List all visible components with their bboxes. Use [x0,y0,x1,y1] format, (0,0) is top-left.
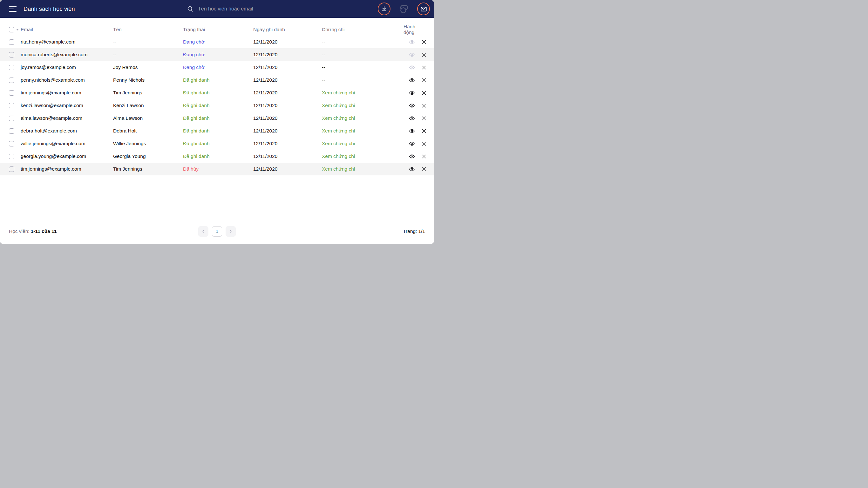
download-button[interactable] [378,3,391,15]
page-indicator: Trang:1/1 [402,228,425,234]
cell-email: alma.lawson@example.com [21,115,113,121]
remove-button[interactable] [422,78,426,83]
remove-button[interactable] [422,154,426,159]
column-header-name: Tên [113,27,183,32]
select-all-checkbox[interactable] [9,27,14,32]
cell-name: Willie Jennings [113,141,183,147]
appbar-actions [378,0,430,18]
next-page-button[interactable] [225,226,236,237]
view-certificate-link[interactable]: Xem chứng chỉ [322,128,403,134]
row-checkbox[interactable] [9,52,14,58]
row-checkbox[interactable] [9,154,14,159]
close-icon [422,116,426,121]
row-checkbox[interactable] [9,141,14,147]
current-page-button[interactable]: 1 [212,226,222,237]
view-button[interactable] [409,90,415,96]
eye-icon [409,52,415,58]
view-certificate-link[interactable]: Xem chứng chỉ [322,166,403,172]
cell-date: 12/11/2020 [253,102,322,108]
view-certificate-link[interactable]: Xem chứng chỉ [322,153,403,159]
prev-page-button[interactable] [198,226,209,237]
remove-button[interactable] [422,40,426,44]
row-checkbox[interactable] [9,78,14,83]
cell-status: Đã ghi danh [183,77,253,83]
cell-status: Đã ghi danh [183,153,253,159]
download-icon [381,5,388,12]
row-checkbox[interactable] [9,65,14,70]
cell-name: Georgia Young [113,153,183,159]
view-button[interactable] [409,141,415,147]
cell-email: georgia.young@example.com [21,153,113,159]
cell-status: Đã ghi danh [183,128,253,134]
email-button[interactable] [417,3,430,15]
view-button[interactable] [409,102,415,109]
row-checkbox[interactable] [9,128,14,134]
cell-name: Tim Jennings [113,90,183,96]
search-icon [187,5,194,12]
cell-email: joy.ramos@example.com [21,64,113,70]
chevron-down-icon[interactable] [16,29,19,30]
remove-button[interactable] [422,91,426,95]
view-button[interactable] [409,128,415,134]
table-row: joy.ramos@example.com Joy Ramos Đang chờ… [0,61,434,74]
remove-button[interactable] [422,129,426,133]
remove-button[interactable] [422,167,426,172]
eye-icon [409,141,415,147]
cell-date: 12/11/2020 [253,52,322,58]
cell-status: Đã ghi danh [183,90,253,96]
close-icon [422,91,426,95]
remove-button[interactable] [422,53,426,57]
row-checkbox[interactable] [9,166,14,172]
cell-certificate: -- [322,52,403,58]
cell-status: Đang chờ [183,39,253,45]
view-button [409,64,415,70]
remove-button[interactable] [422,142,426,146]
view-certificate-link[interactable]: Xem chứng chỉ [322,90,403,96]
menu-icon[interactable] [9,6,17,12]
view-button[interactable] [409,115,415,121]
view-button[interactable] [409,166,415,172]
remove-button[interactable] [422,116,426,121]
column-header-certificate: Chứng chỉ [322,27,403,32]
column-header-date: Ngày ghi danh [253,27,322,32]
search-input[interactable] [198,6,352,12]
cell-email: tim.jennings@example.com [21,90,113,96]
view-button[interactable] [409,77,415,83]
cell-date: 12/11/2020 [253,166,322,172]
table-row: georgia.young@example.com Georgia Young … [0,150,434,163]
remove-button[interactable] [422,65,426,70]
tag-icon[interactable] [398,4,409,14]
row-checkbox[interactable] [9,39,14,45]
cell-status: Đã ghi danh [183,141,253,147]
row-checkbox[interactable] [9,103,14,108]
eye-icon [409,90,415,96]
row-checkbox[interactable] [9,116,14,121]
view-button[interactable] [409,153,415,159]
cell-name: Joy Ramos [113,64,183,70]
cell-name: Penny Nichols [113,77,183,83]
eye-icon [409,39,415,45]
cell-date: 12/11/2020 [253,39,322,45]
eye-icon [409,128,415,134]
view-certificate-link[interactable]: Xem chứng chỉ [322,102,403,108]
remove-button[interactable] [422,103,426,108]
table-row: monica.roberts@example.com -- Đang chờ 1… [0,48,434,61]
close-icon [422,65,426,70]
cell-date: 12/11/2020 [253,153,322,159]
table-row: tim.jennings@example.com Tim Jennings Đã… [0,163,434,175]
view-certificate-link[interactable]: Xem chứng chỉ [322,141,403,147]
cell-date: 12/11/2020 [253,90,322,96]
view-certificate-link[interactable]: Xem chứng chỉ [322,115,403,121]
eye-icon [409,153,415,159]
cell-date: 12/11/2020 [253,64,322,70]
cell-date: 12/11/2020 [253,115,322,121]
close-icon [422,53,426,57]
row-checkbox[interactable] [9,90,14,96]
table-row: rita.henry@example.com -- Đang chờ 12/11… [0,36,434,48]
cell-email: monica.roberts@example.com [21,52,113,58]
students-count-value: 1-11 của 11 [31,228,57,234]
cell-name: Debra Holt [113,128,183,134]
eye-icon [409,77,415,83]
cell-date: 12/11/2020 [253,128,322,134]
table-row: willie.jennings@example.com Willie Jenni… [0,137,434,150]
